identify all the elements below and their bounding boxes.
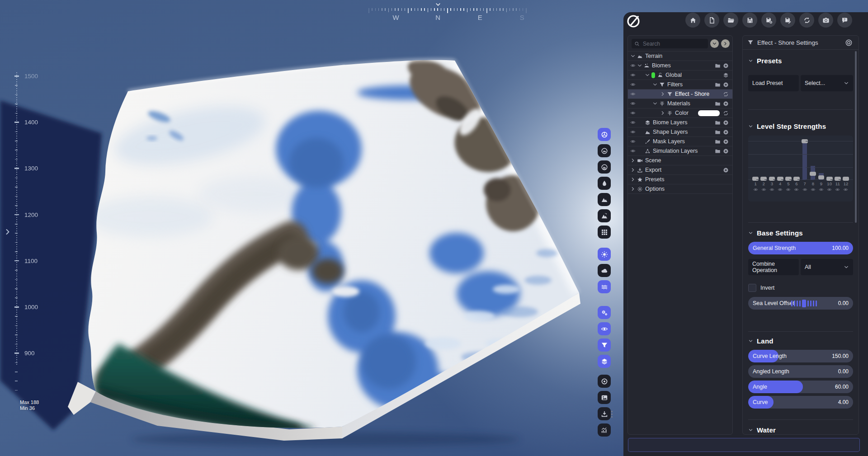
plus-circle-icon[interactable]: [723, 139, 729, 145]
save-plus-button[interactable]: [761, 13, 776, 28]
section-header-land[interactable]: Land: [748, 336, 853, 345]
layers-button[interactable]: [598, 355, 611, 368]
globe-mountain-button[interactable]: [598, 144, 611, 157]
eye-icon[interactable]: [802, 187, 807, 192]
mountain-button[interactable]: [598, 193, 611, 206]
tree-row[interactable]: Biomes: [628, 61, 732, 71]
settings-scrollbar[interactable]: [855, 51, 857, 223]
level-step-handle[interactable]: [835, 177, 841, 181]
sync-icon[interactable]: [723, 91, 729, 97]
level-step-handle[interactable]: [785, 177, 792, 181]
tree-row[interactable]: Materials: [628, 99, 732, 108]
tree-row[interactable]: Shape Layers: [628, 127, 732, 137]
eye-icon[interactable]: [811, 187, 816, 192]
tree-row[interactable]: Color: [628, 108, 732, 118]
search-next-button[interactable]: [721, 39, 730, 48]
chevron-right-icon[interactable]: [660, 110, 665, 116]
sync-icon[interactable]: [723, 110, 729, 116]
save-edit-button[interactable]: [780, 13, 795, 28]
level-step-bar[interactable]: [802, 141, 807, 180]
chevron-down-icon[interactable]: [630, 53, 636, 59]
folder-open-button[interactable]: [723, 13, 738, 28]
level-step-handle[interactable]: [777, 177, 783, 181]
planet-button[interactable]: [598, 128, 611, 141]
compass[interactable]: WNES: [368, 3, 526, 23]
chevron-down-icon[interactable]: [637, 63, 642, 68]
stats-button[interactable]: [598, 423, 611, 437]
panel-resize-handle[interactable]: [611, 409, 613, 419]
sidebar-expand-chevron[interactable]: [4, 227, 12, 237]
tree-row[interactable]: Simulation Layers: [628, 146, 732, 156]
section-header-level-steps[interactable]: Level Step Strengths: [748, 122, 853, 131]
eye-icon[interactable]: [630, 101, 636, 106]
chevron-right-icon[interactable]: [660, 91, 665, 97]
plus-circle-icon[interactable]: [723, 63, 729, 69]
general-strength-slider[interactable]: General Strength 100.00: [748, 242, 853, 254]
search-box[interactable]: [632, 39, 708, 48]
level-step-handle[interactable]: [769, 177, 775, 181]
folder-icon[interactable]: [715, 129, 721, 135]
level-step-column[interactable]: 2: [760, 140, 768, 199]
level-step-handle[interactable]: [818, 175, 825, 179]
tree-row[interactable]: Terrain: [628, 52, 732, 61]
eye-icon[interactable]: [827, 187, 832, 192]
download-button[interactable]: [598, 407, 611, 420]
eye-icon[interactable]: [794, 187, 799, 192]
search-input[interactable]: [642, 40, 705, 47]
land-slider[interactable]: Angled Length 0.00: [748, 365, 853, 378]
level-step-column[interactable]: 12: [842, 140, 850, 199]
save-button[interactable]: [742, 13, 757, 28]
eye-icon[interactable]: [630, 148, 636, 154]
load-preset-dropdown[interactable]: Select...: [801, 75, 853, 91]
section-header-base-settings[interactable]: Base Settings: [748, 228, 853, 237]
tree-row[interactable]: Presets: [628, 175, 732, 184]
folder-icon[interactable]: [715, 63, 721, 69]
target-button[interactable]: [598, 375, 611, 388]
eye-icon[interactable]: [630, 91, 636, 97]
level-step-column[interactable]: 9: [817, 140, 825, 199]
level-step-handle[interactable]: [843, 177, 849, 181]
folder-icon[interactable]: [715, 120, 721, 126]
level-step-handle[interactable]: [793, 177, 800, 181]
eye-icon[interactable]: [761, 187, 766, 192]
level-step-handle[interactable]: [760, 177, 767, 181]
chevron-right-icon[interactable]: [630, 167, 636, 173]
chevron-right-icon[interactable]: [630, 177, 636, 182]
tree-row[interactable]: Export: [628, 165, 732, 175]
sun-button[interactable]: [598, 248, 611, 261]
command-bar[interactable]: [628, 438, 860, 452]
section-header-presets[interactable]: Presets: [748, 56, 853, 65]
gears-button[interactable]: [598, 306, 611, 319]
plus-circle-icon[interactable]: [723, 120, 729, 126]
eye-icon[interactable]: [769, 187, 774, 192]
image-button[interactable]: [598, 391, 611, 404]
eye-icon[interactable]: [778, 187, 783, 192]
camera-button[interactable]: [818, 13, 833, 28]
eye-icon[interactable]: [819, 187, 824, 192]
plus-circle-icon[interactable]: [723, 148, 729, 154]
collapse-all-button[interactable]: [710, 39, 719, 48]
level-step-column[interactable]: 11: [834, 140, 842, 199]
combine-operation-dropdown[interactable]: All: [801, 259, 853, 275]
tree-row[interactable]: Global: [628, 71, 732, 80]
plus-circle-icon[interactable]: [723, 82, 729, 88]
waves-button[interactable]: [598, 280, 611, 293]
level-step-column[interactable]: 10: [826, 140, 834, 199]
folder-icon[interactable]: [715, 148, 721, 154]
chevron-down-icon[interactable]: [645, 72, 650, 78]
color-swatch[interactable]: [698, 110, 720, 116]
chevron-right-icon[interactable]: [630, 158, 636, 163]
folder-icon[interactable]: [715, 101, 721, 107]
folder-icon[interactable]: [715, 82, 721, 88]
level-step-column[interactable]: 6: [793, 140, 801, 199]
eye-icon[interactable]: [786, 187, 791, 192]
invert-checkbox[interactable]: [748, 284, 756, 292]
eye-icon[interactable]: [630, 139, 636, 144]
chevron-down-icon[interactable]: [652, 101, 658, 106]
eye-icon[interactable]: [835, 187, 840, 192]
level-step-column[interactable]: 3: [768, 140, 776, 199]
eye-icon[interactable]: [843, 187, 848, 192]
sync-button[interactable]: [799, 13, 814, 28]
tree-row[interactable]: Mask Layers: [628, 137, 732, 146]
cloud-button[interactable]: [598, 264, 611, 277]
